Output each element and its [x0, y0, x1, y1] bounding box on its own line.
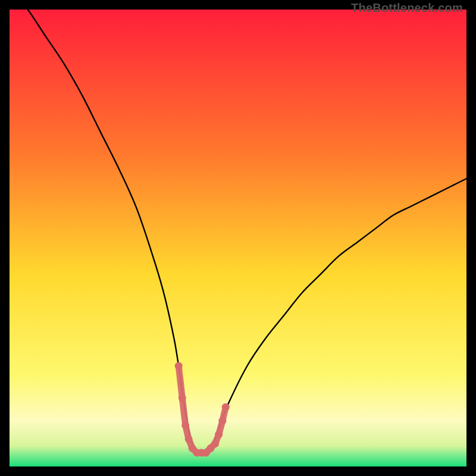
optimal-dot: [175, 362, 183, 370]
chart-frame: TheBottleneck.com: [0, 0, 476, 476]
optimal-dot: [218, 417, 226, 425]
bottleneck-curve: [10, 10, 466, 453]
optimal-dot: [211, 440, 219, 447]
plot-area: [10, 10, 466, 466]
optimal-dot: [185, 435, 193, 443]
optimal-dot: [181, 421, 189, 429]
optimal-dot: [222, 403, 230, 411]
optimal-dot: [215, 431, 223, 439]
optimal-dot: [178, 394, 186, 402]
watermark-text: TheBottleneck.com: [351, 1, 463, 15]
bottleneck-curve-svg: [10, 10, 466, 466]
